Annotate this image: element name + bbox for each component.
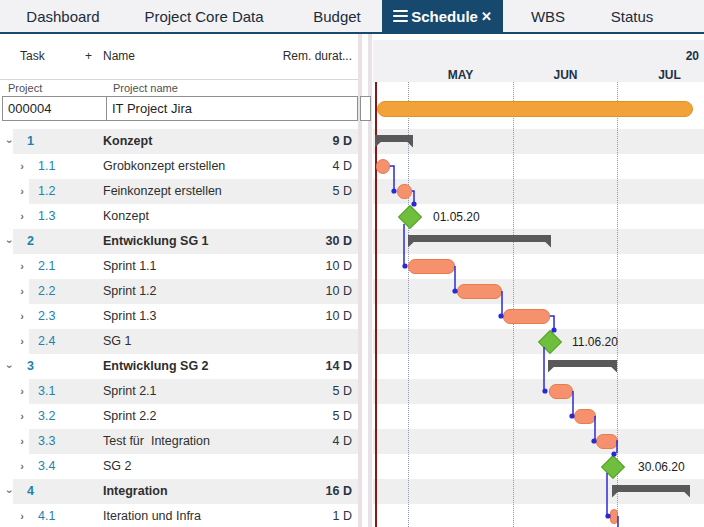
table-row[interactable]: ›1Konzept9 D — [0, 129, 358, 154]
chevron-down-icon[interactable]: › — [4, 487, 15, 497]
task-bar[interactable] — [549, 384, 573, 399]
column-header-duration: Rem. durat... — [283, 34, 352, 79]
column-header-task: Task — [20, 34, 45, 79]
task-id: 3.1 — [38, 379, 55, 404]
task-id: 1.2 — [38, 179, 55, 204]
chevron-right-icon[interactable]: › — [17, 261, 27, 272]
chevron-down-icon[interactable]: › — [4, 137, 15, 147]
table-row[interactable]: ›4.1Iteration und Infra1 D — [0, 504, 358, 527]
dependency-line — [550, 316, 554, 330]
summary-bar-left-cap — [612, 485, 618, 498]
project-bar[interactable] — [377, 101, 693, 117]
row-highlight — [29, 304, 358, 329]
chevron-right-icon[interactable]: › — [17, 311, 27, 322]
row-highlight — [29, 329, 358, 354]
task-id: 3.2 — [38, 404, 55, 429]
dependency-dot — [402, 263, 407, 268]
add-column-button[interactable]: + — [85, 34, 92, 79]
chevron-right-icon[interactable]: › — [17, 511, 27, 522]
task-bar[interactable] — [610, 509, 618, 524]
task-id: 2.4 — [38, 329, 55, 354]
task-duration: 9 D — [333, 129, 352, 154]
table-row[interactable]: ›2.1Sprint 1.110 D — [0, 254, 358, 279]
task-name: Sprint 1.3 — [103, 304, 157, 329]
chevron-right-icon[interactable]: › — [17, 336, 27, 347]
task-name: SG 2 — [103, 454, 132, 479]
table-row[interactable]: ›2Entwicklung SG 130 D — [0, 229, 358, 254]
table-row[interactable]: ›4Integration16 D — [0, 479, 358, 504]
tab-dashboard[interactable]: Dashboard — [18, 0, 108, 32]
task-duration: 10 D — [326, 279, 352, 304]
milestone-diamond[interactable] — [398, 204, 422, 228]
task-id: 2.3 — [38, 304, 55, 329]
task-name: Sprint 1.1 — [103, 254, 157, 279]
task-id: 2.1 — [38, 254, 55, 279]
table-row[interactable]: ›2.4SG 1 — [0, 329, 358, 354]
month-label: JUN — [513, 68, 618, 83]
chevron-right-icon[interactable]: › — [17, 436, 27, 447]
task-duration: 14 D — [326, 354, 352, 379]
task-bar[interactable] — [397, 184, 412, 199]
row-highlight — [29, 404, 358, 429]
task-bar[interactable] — [376, 159, 390, 174]
table-row[interactable]: ›3.4SG 2 — [0, 454, 358, 479]
month-gridline — [513, 82, 514, 527]
chevron-right-icon[interactable]: › — [17, 161, 27, 172]
table-row[interactable]: ›3.2Sprint 2.25 D — [0, 404, 358, 429]
task-duration: 30 D — [326, 229, 352, 254]
tab-status[interactable]: Status — [602, 0, 662, 32]
chevron-right-icon[interactable]: › — [17, 186, 27, 197]
task-bar[interactable] — [503, 309, 550, 324]
tab-schedule[interactable]: Schedule ✕ — [382, 0, 503, 32]
table-row[interactable]: ›2.3Sprint 1.310 D — [0, 304, 358, 329]
task-bar[interactable] — [457, 284, 502, 299]
chevron-right-icon[interactable]: › — [17, 286, 27, 297]
task-id: 3 — [27, 354, 34, 379]
task-bar[interactable] — [596, 434, 618, 449]
task-table: Task + Name Rem. durat... Project Projec… — [0, 34, 358, 527]
chevron-down-icon[interactable]: › — [4, 237, 15, 247]
tab-wbs[interactable]: WBS — [518, 0, 578, 32]
task-duration: 5 D — [333, 179, 352, 204]
table-row[interactable]: ›3.3Test für Integration4 D — [0, 429, 358, 454]
table-row[interactable]: ›3Entwicklung SG 214 D — [0, 354, 358, 379]
project-name-input[interactable] — [106, 96, 358, 121]
milestone-date-label: 01.05.20 — [433, 205, 480, 229]
row-highlight — [29, 454, 358, 479]
chevron-right-icon[interactable]: › — [17, 411, 27, 422]
row-highlight — [13, 129, 358, 154]
task-name: Integration — [103, 479, 168, 504]
panel-splitter[interactable] — [358, 34, 373, 527]
chevron-right-icon[interactable]: › — [17, 386, 27, 397]
table-row[interactable]: ›3.1Sprint 2.15 D — [0, 379, 358, 404]
summary-bar[interactable] — [548, 360, 617, 373]
task-bar[interactable] — [574, 409, 596, 424]
tab-project-core-data[interactable]: Project Core Data — [134, 0, 274, 32]
milestone-diamond[interactable] — [601, 454, 625, 478]
tab-budget[interactable]: Budget — [297, 0, 377, 32]
task-duration: 4 D — [333, 154, 352, 179]
task-name: Sprint 2.2 — [103, 404, 157, 429]
summary-bar[interactable] — [612, 485, 690, 498]
chevron-right-icon[interactable]: › — [17, 461, 27, 472]
task-name: Grobkonzept erstellen — [103, 154, 225, 179]
chevron-right-icon[interactable]: › — [17, 211, 27, 222]
task-duration: 4 D — [333, 429, 352, 454]
task-bar[interactable] — [408, 259, 455, 274]
milestone-date-label: 11.06.20 — [572, 330, 618, 354]
table-row[interactable]: ›1.3Konzept — [0, 204, 358, 229]
gantt-header: 20 MAYJUNJUL — [373, 40, 704, 82]
project-id-input[interactable] — [2, 96, 107, 121]
project-name-label: Project name — [113, 81, 178, 95]
close-icon[interactable]: ✕ — [481, 10, 492, 23]
task-duration: 10 D — [326, 304, 352, 329]
table-row[interactable]: ›1.2Feinkonzept erstellen5 D — [0, 179, 358, 204]
table-row[interactable]: ›2.2Sprint 1.210 D — [0, 279, 358, 304]
summary-bar[interactable] — [375, 135, 413, 148]
table-row[interactable]: ›1.1Grobkonzept erstellen4 D — [0, 154, 358, 179]
task-duration: 5 D — [333, 379, 352, 404]
summary-bar[interactable] — [408, 235, 551, 248]
gantt-row-stripe — [373, 279, 704, 304]
chevron-down-icon[interactable]: › — [4, 362, 15, 372]
menu-icon[interactable] — [393, 10, 408, 22]
